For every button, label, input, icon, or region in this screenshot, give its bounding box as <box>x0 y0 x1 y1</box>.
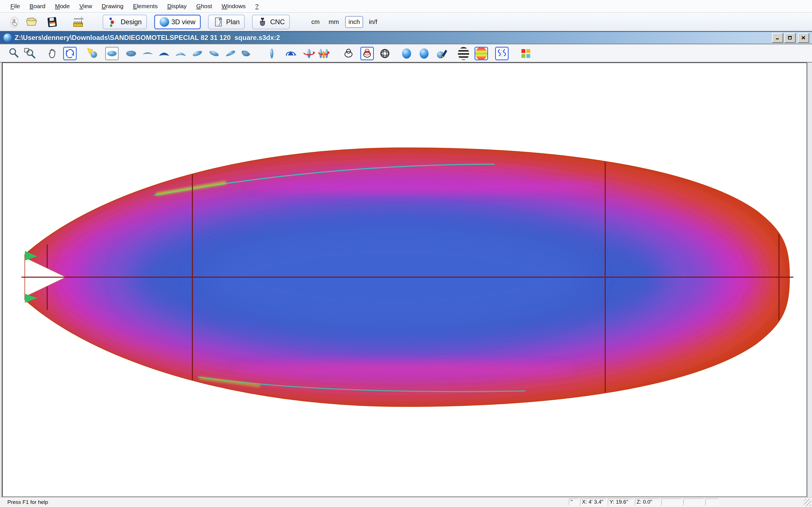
design-icon <box>108 17 118 27</box>
open-folder-icon[interactable] <box>25 15 38 29</box>
zoom-icon[interactable] <box>7 47 21 60</box>
view-bottom-icon[interactable] <box>124 47 138 60</box>
spin-board-icon[interactable] <box>302 47 316 60</box>
menu-ghost[interactable]: Ghost <box>192 3 217 10</box>
pointer-hand-icon[interactable] <box>8 15 21 29</box>
status-cells: " X: 4' 3.4" Y: 19.6" Z: 0.0" <box>569 499 718 505</box>
board-3d-viewport[interactable] <box>2 62 808 497</box>
board-3d-render <box>3 63 806 496</box>
menu-bar: File Board Mode View Drawing Elements Di… <box>0 0 812 13</box>
view-outline-icon[interactable] <box>265 47 278 60</box>
streak-top-magenta <box>249 180 610 193</box>
view-3d-button-label: 3D view <box>171 18 195 26</box>
save-icon[interactable] <box>46 15 59 29</box>
view-rocker-icon[interactable] <box>141 47 154 60</box>
shape3d-window: { "window": { "title": "Z:\\Users\\denne… <box>0 0 812 507</box>
resize-grip[interactable] <box>804 499 811 506</box>
view-deck-icon[interactable] <box>105 47 119 60</box>
plan-button[interactable]: Plan <box>208 15 245 29</box>
sphere-3d-icon <box>160 17 169 27</box>
menu-windows[interactable]: Windows <box>217 3 250 10</box>
maximize-button[interactable] <box>784 33 796 43</box>
menu-board[interactable]: Board <box>25 3 50 10</box>
zoom-area-icon[interactable] <box>23 47 36 60</box>
pan-hand-icon[interactable] <box>46 47 59 60</box>
view-toolbar <box>0 44 812 62</box>
status-z-cell: Z: 0.0" <box>635 499 660 505</box>
view-nose-icon[interactable] <box>157 47 171 60</box>
close-button[interactable] <box>798 33 809 43</box>
unit-inf[interactable]: in/f <box>367 17 378 27</box>
view-perspective-left-icon[interactable] <box>223 47 237 60</box>
streak-bottom-magenta <box>235 362 574 376</box>
status-help-text: Press F1 for help <box>7 499 48 505</box>
rotate-view-icon[interactable] <box>284 47 297 60</box>
unit-inch[interactable]: inch <box>345 16 363 28</box>
document-icon <box>3 34 12 42</box>
view-tilt-left-icon[interactable] <box>191 47 204 60</box>
status-unit-cell: " <box>569 499 578 505</box>
design-button[interactable]: Design <box>103 15 147 29</box>
menu-file[interactable]: File <box>6 3 25 10</box>
view-3d-button[interactable]: 3D view <box>154 15 201 29</box>
colormap-render-icon[interactable] <box>474 47 488 60</box>
menu-mode[interactable]: Mode <box>50 3 75 10</box>
unit-cm[interactable]: cm <box>310 17 321 27</box>
status-y-cell: Y: 19.6" <box>608 499 633 505</box>
menu-help[interactable]: ? <box>250 3 263 10</box>
minimize-button[interactable] <box>772 33 783 43</box>
menu-elements[interactable]: Elements <box>128 3 163 10</box>
status-empty-cell-1 <box>661 499 682 505</box>
shaded-render-icon[interactable] <box>400 47 413 60</box>
view-tilt-right-icon[interactable] <box>207 47 221 60</box>
colors-icon[interactable] <box>519 47 532 60</box>
wireframe-slices-active-icon[interactable] <box>360 47 374 60</box>
curvature-icon[interactable] <box>495 47 509 60</box>
wireframe-mesh-icon[interactable] <box>378 47 392 60</box>
view-perspective-right-icon[interactable] <box>239 47 253 60</box>
status-x-cell: X: 4' 3.4" <box>580 499 606 505</box>
plan-button-label: Plan <box>226 18 240 26</box>
view-tail-icon[interactable] <box>174 47 188 60</box>
menu-view[interactable]: View <box>74 3 97 10</box>
rotate-3d-icon[interactable] <box>63 47 77 60</box>
ruler-icon[interactable] <box>72 15 85 29</box>
cnc-button[interactable]: CNC <box>252 15 290 29</box>
flip-board-icon[interactable] <box>317 47 331 60</box>
main-toolbar: Design 3D view Plan CNC cm mm inch in/f <box>0 13 812 31</box>
menu-drawing[interactable]: Drawing <box>97 3 128 10</box>
design-button-label: Design <box>121 18 142 26</box>
zebra-render-icon[interactable] <box>457 47 470 60</box>
window-controls <box>772 33 809 43</box>
document-title: Z:\Users\dennery\Downloads\SANDIEGOMOTEL… <box>15 34 280 42</box>
unit-mm[interactable]: mm <box>327 17 341 27</box>
edit-render-icon[interactable] <box>435 47 449 60</box>
smooth-render-icon[interactable] <box>417 47 431 60</box>
status-bar: Press F1 for help " X: 4' 3.4" Y: 19.6" … <box>0 497 812 507</box>
menu-display[interactable]: Display <box>162 3 192 10</box>
status-empty-cell-3 <box>705 499 718 505</box>
wireframe-slices-icon[interactable] <box>342 47 355 60</box>
document-title-bar[interactable]: Z:\Users\dennery\Downloads\SANDIEGOMOTEL… <box>0 32 812 44</box>
light-icon[interactable] <box>86 47 100 60</box>
status-empty-cell-2 <box>683 499 704 505</box>
cnc-icon <box>257 17 268 27</box>
plan-icon <box>213 17 224 27</box>
cnc-button-label: CNC <box>270 18 285 26</box>
